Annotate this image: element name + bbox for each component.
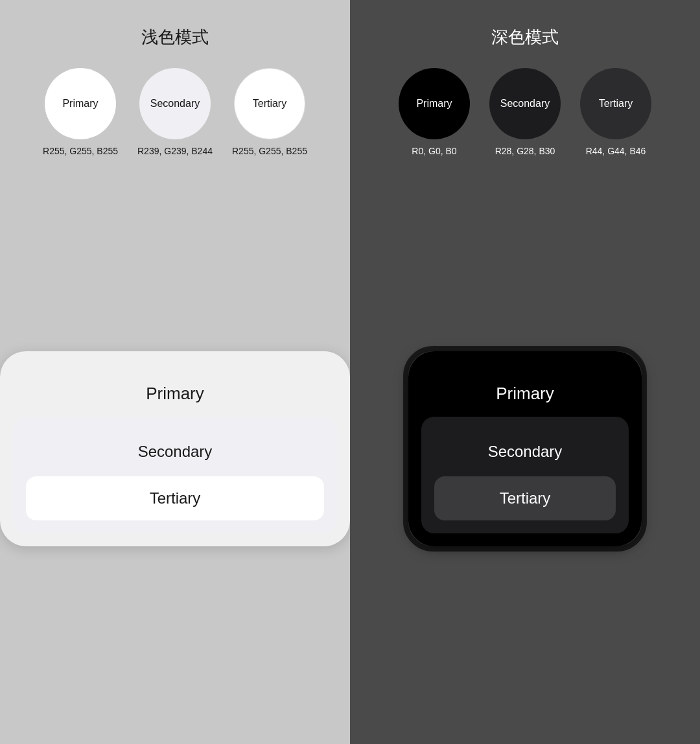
light-swatch-primary: Primary R255, G255, B255	[43, 68, 118, 156]
dark-phone-border: Primary Secondary Tertiary	[403, 346, 647, 552]
light-secondary-values: R239, G239, B244	[137, 146, 213, 156]
light-phone-tertiary-label: Tertiary	[150, 489, 201, 507]
light-mode-title: 浅色模式	[141, 26, 209, 49]
dark-tertiary-values: R44, G44, B46	[586, 146, 646, 156]
dark-phone-secondary-label: Secondary	[434, 430, 616, 471]
dark-phone-tertiary-card: Tertiary	[434, 476, 616, 520]
light-phone-tertiary-card: Tertiary	[26, 476, 324, 520]
light-swatch-secondary: Secondary R239, G239, B244	[137, 68, 213, 156]
dark-phone-wrapper: Primary Secondary Tertiary	[350, 180, 700, 718]
light-primary-label: Primary	[62, 98, 98, 110]
light-secondary-label: Secondary	[150, 98, 200, 110]
dark-phone-secondary-card: Secondary Tertiary	[421, 417, 629, 533]
dark-tertiary-label: Tertiary	[599, 98, 633, 110]
light-tertiary-circle: Tertiary	[234, 68, 305, 139]
dark-mode-panel: 深色模式 Primary R0, G0, B0 Secondary R28, G…	[350, 0, 700, 744]
dark-phone-primary-section: Primary	[421, 364, 629, 417]
dark-tertiary-circle: Tertiary	[580, 68, 651, 139]
light-phone-secondary-card: Secondary Tertiary	[13, 417, 337, 533]
light-phone-secondary-label: Secondary	[26, 430, 324, 471]
light-mode-panel: 浅色模式 Primary R255, G255, B255 Secondary …	[0, 0, 350, 744]
dark-secondary-values: R28, G28, B30	[495, 146, 555, 156]
dark-primary-values: R0, G0, B0	[412, 146, 456, 156]
dark-swatch-secondary: Secondary R28, G28, B30	[489, 68, 561, 156]
light-primary-values: R255, G255, B255	[43, 146, 118, 156]
dark-phone-primary-label: Primary	[496, 384, 554, 404]
dark-phone-mockup: Primary Secondary Tertiary	[408, 351, 642, 546]
light-swatch-tertiary: Tertiary R255, G255, B255	[232, 68, 307, 156]
dark-swatch-primary: Primary R0, G0, B0	[399, 68, 470, 156]
dark-swatch-tertiary: Tertiary R44, G44, B46	[580, 68, 651, 156]
light-primary-circle: Primary	[45, 68, 116, 139]
dark-secondary-label: Secondary	[500, 98, 550, 110]
light-phone-mockup: Primary Secondary Tertiary	[0, 351, 350, 546]
light-phone-primary-section: Primary	[13, 364, 337, 417]
dark-secondary-circle: Secondary	[489, 68, 561, 139]
dark-phone-tertiary-label: Tertiary	[500, 489, 551, 507]
dark-swatches-row: Primary R0, G0, B0 Secondary R28, G28, B…	[350, 68, 700, 156]
dark-primary-circle: Primary	[399, 68, 470, 139]
light-tertiary-label: Tertiary	[253, 98, 286, 110]
dark-mode-title: 深色模式	[491, 26, 559, 49]
light-phone-wrapper: Primary Secondary Tertiary	[0, 180, 350, 718]
light-tertiary-values: R255, G255, B255	[232, 146, 307, 156]
light-swatches-row: Primary R255, G255, B255 Secondary R239,…	[0, 68, 350, 156]
dark-primary-label: Primary	[416, 98, 452, 110]
light-phone-primary-label: Primary	[146, 384, 204, 404]
light-secondary-circle: Secondary	[139, 68, 211, 139]
